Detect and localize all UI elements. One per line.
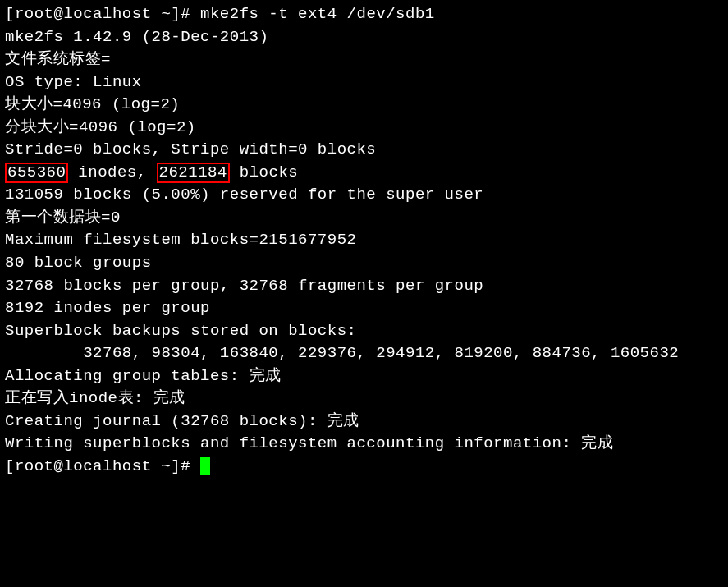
terminal-line-maxblocks: Maximum filesystem blocks=2151677952 xyxy=(5,229,723,252)
terminal-line-firstblock: 第一个数据块=0 xyxy=(5,207,723,230)
terminal-line-pergroup: 32768 blocks per group, 32768 fragments … xyxy=(5,275,723,298)
prompt: [root@localhost ~]# xyxy=(5,457,200,475)
terminal-line-stride: Stride=0 blocks, Stripe width=0 blocks xyxy=(5,139,723,162)
inodes-label: inodes, xyxy=(68,163,156,181)
terminal-line-inodes-blocks: 655360 inodes, 2621184 blocks xyxy=(5,162,723,185)
terminal-line-writingsuperblocks: Writing superblocks and filesystem accou… xyxy=(5,433,723,456)
terminal-line-inodespergroup: 8192 inodes per group xyxy=(5,297,723,320)
highlighted-inodes: 655360 xyxy=(5,163,68,183)
blocks-label: blocks xyxy=(230,163,298,181)
terminal-line-blocksize: 块大小=4096 (log=2) xyxy=(5,94,723,117)
terminal-line-version: mke2fs 1.42.9 (28-Dec-2013) xyxy=(5,26,723,49)
terminal-line-reserved: 131059 blocks (5.00%) reserved for the s… xyxy=(5,184,723,207)
terminal-line-command: [root@localhost ~]# mke2fs -t ext4 /dev/… xyxy=(5,3,723,26)
terminal-line-groups: 80 block groups xyxy=(5,252,723,275)
highlighted-blocks: 2621184 xyxy=(157,163,230,183)
terminal-line-allocgroup: Allocating group tables: 完成 xyxy=(5,365,723,388)
terminal-line-fslabel: 文件系统标签= xyxy=(5,48,723,71)
terminal-line-superblocklist: 32768, 98304, 163840, 229376, 294912, 81… xyxy=(5,342,723,365)
terminal-line-prompt2[interactable]: [root@localhost ~]# xyxy=(5,456,723,479)
terminal-line-journal: Creating journal (32768 blocks): 完成 xyxy=(5,410,723,433)
terminal-line-ostype: OS type: Linux xyxy=(5,71,723,94)
prompt: [root@localhost ~]# xyxy=(5,5,200,23)
terminal-line-writinginode: 正在写入inode表: 完成 xyxy=(5,388,723,410)
terminal-line-fragsize: 分块大小=4096 (log=2) xyxy=(5,117,723,140)
terminal-line-superblockheader: Superblock backups stored on blocks: xyxy=(5,320,723,343)
command-text: mke2fs -t ext4 /dev/sdb1 xyxy=(200,5,435,23)
cursor xyxy=(200,457,210,475)
